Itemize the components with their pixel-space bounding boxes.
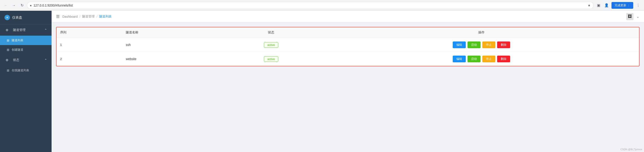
- top-bar-right: 🖼 ⌄: [626, 13, 640, 20]
- table-header-row: 序列 隧道名称 状态 操作: [56, 27, 639, 38]
- breadcrumb-current: 隧道列表: [99, 14, 112, 18]
- status-label: 状态: [13, 58, 19, 62]
- menu-button[interactable]: ⋮: [635, 2, 641, 8]
- status-badge-1: active: [264, 42, 278, 48]
- row2-actions: 编辑 启动 停止 删除: [324, 52, 639, 66]
- col-header-name: 隧道名称: [122, 27, 219, 38]
- browser-chrome: ← → ↻ ● 127.0.0.1:9200/#/tunnels/list ★ …: [0, 0, 644, 11]
- row2-delete-button[interactable]: 删除: [497, 56, 510, 62]
- row1-index: 1: [56, 38, 122, 52]
- row1-name: ssh: [122, 38, 219, 52]
- row1-action-buttons: 编辑 启动 停止 删除: [327, 42, 636, 48]
- grid-icon: ⊞: [7, 38, 10, 42]
- breadcrumb-dashboard: Dashboard: [62, 15, 78, 18]
- update-button[interactable]: 完成更新 ：: [612, 2, 633, 9]
- row2-status: active: [219, 52, 324, 66]
- url-text: 127.0.0.1:9200/#/tunnels/list: [34, 4, 586, 7]
- row1-edit-button[interactable]: 编辑: [453, 42, 466, 48]
- row1-status: active: [219, 38, 324, 52]
- row2-action-buttons: 编辑 启动 停止 删除: [327, 56, 636, 62]
- bookmark-icon: ★: [588, 4, 591, 7]
- row2-start-button[interactable]: 启动: [468, 56, 480, 62]
- main-content: ☰ Dashboard / 隧道管理 / 隧道列表 🖼 ⌄: [52, 11, 644, 152]
- row1-delete-button[interactable]: 删除: [497, 42, 510, 48]
- gear-icon: ⚙: [4, 28, 10, 32]
- lock-icon: ●: [30, 4, 32, 7]
- row2-index: 2: [56, 52, 122, 66]
- avatar: 🖼: [626, 13, 634, 20]
- breadcrumb-tunnel-mgmt: 隧道管理: [82, 14, 95, 18]
- data-table: 序列 隧道名称 状态 操作 1 ssh active: [56, 27, 639, 66]
- expand-icon[interactable]: ⌄: [636, 14, 640, 19]
- sidebar-section-header-tunnel-mgmt[interactable]: ⚙ 隧道管理 ⌃: [0, 24, 52, 36]
- col-header-actions: 操作: [324, 27, 639, 38]
- sidebar-item-online-tunnel-list[interactable]: ⊞ 在线隧道列表: [0, 66, 52, 75]
- status-gear-icon: ⚙: [4, 58, 10, 62]
- account-button[interactable]: 👤: [604, 2, 610, 8]
- grid-icon-2: ⊞: [7, 48, 10, 52]
- chevron-up-icon-2: ⌃: [44, 58, 47, 62]
- table-row: 2 website active 编辑 启动 停止 删除: [56, 52, 639, 66]
- row1-actions: 编辑 启动 停止 删除: [324, 38, 639, 52]
- sidebar-logo: ☀ 仪表盘: [0, 11, 52, 24]
- table-row: 1 ssh active 编辑 启动 停止 删除: [56, 38, 639, 52]
- col-header-index: 序列: [56, 27, 122, 38]
- sidebar-item-create-tunnel[interactable]: ⊞ 创建隧道: [0, 45, 52, 54]
- breadcrumb: Dashboard / 隧道管理 / 隧道列表: [62, 14, 112, 18]
- browser-actions: ▣ 👤 完成更新 ： ⋮: [595, 2, 641, 9]
- row2-stop-button[interactable]: 停止: [482, 56, 495, 62]
- chevron-up-icon: ⌃: [44, 28, 47, 32]
- hamburger-icon[interactable]: ☰: [56, 14, 60, 19]
- row2-edit-button[interactable]: 编辑: [453, 56, 466, 62]
- table-container: 序列 隧道名称 状态 操作 1 ssh active: [56, 27, 640, 66]
- logo-text: 仪表盘: [12, 16, 22, 20]
- app-layout: ☀ 仪表盘 ⚙ 隧道管理 ⌃ ⊞ 隧道列表 ⊞ 创建隧道: [0, 11, 644, 152]
- address-bar[interactable]: ● 127.0.0.1:9200/#/tunnels/list ★: [27, 2, 594, 9]
- grid-icon-3: ⊞: [7, 68, 10, 72]
- tunnel-list-label: 隧道列表: [12, 38, 23, 42]
- top-bar: ☰ Dashboard / 隧道管理 / 隧道列表 🖼 ⌄: [52, 11, 644, 22]
- logo-icon: ☀: [4, 15, 10, 20]
- col-header-status: 状态: [219, 27, 324, 38]
- watermark: CSDN @秋刀prince: [620, 148, 642, 151]
- breadcrumb-sep-1: /: [80, 15, 80, 18]
- sidebar-section-tunnel-mgmt: ⚙ 隧道管理 ⌃ ⊞ 隧道列表 ⊞ 创建隧道: [0, 24, 52, 54]
- online-tunnel-list-label: 在线隧道列表: [12, 68, 29, 72]
- sidebar-item-tunnel-list[interactable]: ⊞ 隧道列表: [0, 36, 52, 45]
- sidebar-section-status: ⚙ 状态 ⌃ ⊞ 在线隧道列表: [0, 54, 52, 75]
- reload-button[interactable]: ↻: [19, 2, 25, 8]
- back-button[interactable]: ←: [3, 2, 9, 8]
- forward-button[interactable]: →: [11, 2, 17, 8]
- breadcrumb-sep-2: /: [96, 15, 97, 18]
- row1-stop-button[interactable]: 停止: [482, 42, 495, 48]
- row1-start-button[interactable]: 启动: [468, 42, 480, 48]
- tunnel-mgmt-label: 隧道管理: [13, 28, 26, 32]
- row2-name: website: [122, 52, 219, 66]
- sidebar: ☀ 仪表盘 ⚙ 隧道管理 ⌃ ⊞ 隧道列表 ⊞ 创建隧道: [0, 11, 52, 152]
- create-tunnel-label: 创建隧道: [12, 48, 23, 52]
- extensions-button[interactable]: ▣: [595, 2, 602, 8]
- sidebar-section-header-status[interactable]: ⚙ 状态 ⌃: [0, 54, 52, 66]
- page-content: 序列 隧道名称 状态 操作 1 ssh active: [52, 22, 644, 152]
- status-badge-2: active: [264, 56, 278, 62]
